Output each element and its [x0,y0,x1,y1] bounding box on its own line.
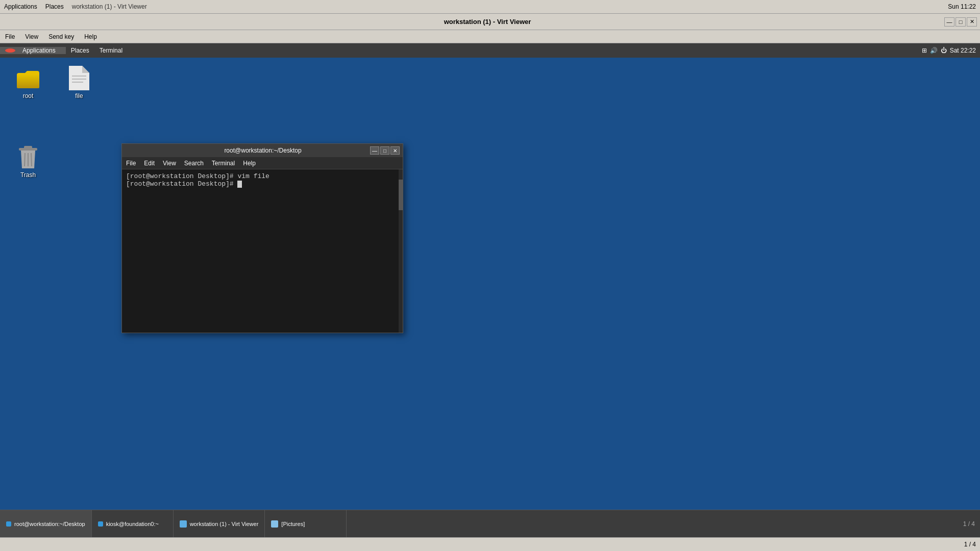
terminal-menu-help[interactable]: Help [239,160,260,167]
viewer-maximize-button[interactable]: □ [955,17,966,27]
taskbar-item-terminal1[interactable]: root@workstation:~/Desktop [0,510,92,537]
terminal-scrollbar-thumb[interactable] [399,180,403,210]
viewer-page-indicator: 1 / 4 [964,541,976,548]
trash-icon [16,145,40,169]
file-icon-label: file [75,92,83,99]
taskbar-dot-1 [6,521,11,527]
vm-places-menu[interactable]: Places [66,47,94,54]
viewer-close-button[interactable]: ✕ [967,17,977,27]
terminal-titlebar: root@workstation:~/Desktop — □ ✕ [122,144,403,157]
vm-topbar: Applications Places Terminal ⊞ 🔊 ⏻ Sat 2… [0,43,980,58]
svg-marker-3 [82,66,89,73]
desktop-icon-file[interactable]: file [59,64,100,102]
terminal-scrollbar[interactable] [399,169,403,333]
viewer-menu-file[interactable]: File [0,33,20,40]
taskbar-label-kiosk: kiosk@foundation0:~ [106,521,159,527]
desktop-icon-trash[interactable]: Trash [8,143,48,181]
taskbar-item-virtviewer[interactable]: workstation (1) - Virt Viewer [174,510,265,537]
terminal-cursor [237,181,242,188]
taskbar-item-kiosk[interactable]: kiosk@foundation0:~ [92,510,174,537]
viewer-menubar: File View Send key Help [0,30,980,43]
host-topbar: Applications Places workstation (1) - Vi… [0,0,980,14]
vm-clock: Sat 22:22 [950,47,976,54]
viewer-statusbar: 1 / 4 [0,537,980,551]
terminal-close-button[interactable]: ✕ [390,146,400,155]
terminal-line-2: [root@workstation Desktop]# [126,180,399,188]
apps-dot-icon [5,48,15,53]
terminal-menu-search[interactable]: Search [180,160,208,167]
viewer-menu-help[interactable]: Help [79,33,102,40]
taskbar-label-terminal1: root@workstation:~/Desktop [14,521,85,527]
taskbar-label-virtviewer: workstation (1) - Virt Viewer [190,521,259,527]
vm-taskbar: root@workstation:~/Desktop kiosk@foundat… [0,510,980,537]
taskbar-dot-4 [271,520,278,528]
vm-taskbar-page-indicator: 1 / 4 [963,520,975,528]
taskbar-dot-2 [98,521,103,527]
terminal-menu-terminal[interactable]: Terminal [208,160,239,167]
viewer-window-title: workstation (1) - Virt Viewer [31,18,944,26]
viewer-menu-sendkey[interactable]: Send key [43,33,79,40]
trash-icon-label: Trash [20,171,36,179]
viewer-titlebar: workstation (1) - Virt Viewer — □ ✕ [0,14,980,30]
terminal-window-title: root@workstation:~/Desktop [156,147,370,154]
svg-rect-8 [24,146,32,149]
svg-rect-1 [17,74,39,88]
host-applications-menu[interactable]: Applications [0,3,41,10]
desktop-icon-root[interactable]: root [8,64,48,102]
terminal-window: root@workstation:~/Desktop — □ ✕ File Ed… [121,143,403,333]
viewer-minimize-button[interactable]: — [944,17,954,27]
svg-marker-2 [69,66,89,90]
vm-applications-menu[interactable]: Applications [0,47,66,54]
host-clock: Sun 11:22 [948,3,976,10]
svg-line-11 [31,153,32,166]
vm-terminal-menu[interactable]: Terminal [94,47,128,54]
folder-icon [16,66,40,90]
host-places-menu[interactable]: Places [41,3,68,10]
vm-display: Applications Places Terminal ⊞ 🔊 ⏻ Sat 2… [0,43,980,537]
svg-line-9 [24,153,25,166]
vm-volume-icon: 🔊 [930,47,938,54]
viewer-menu-view[interactable]: View [20,33,43,40]
taskbar-item-pictures[interactable]: [Pictures] [265,510,347,537]
file-icon [67,66,91,90]
terminal-menu-view[interactable]: View [159,160,180,167]
root-icon-label: root [23,92,34,99]
host-window-title: workstation (1) - Virt Viewer [68,3,151,10]
terminal-minimize-button[interactable]: — [370,146,379,155]
terminal-menu-file[interactable]: File [122,160,140,167]
terminal-menu-edit[interactable]: Edit [140,160,159,167]
terminal-maximize-button[interactable]: □ [380,146,389,155]
terminal-body[interactable]: [root@workstation Desktop]# vim file [ro… [122,169,403,333]
vm-power-icon: ⏻ [941,47,947,54]
taskbar-label-pictures: [Pictures] [281,521,305,527]
terminal-line-1: [root@workstation Desktop]# vim file [126,172,399,180]
vm-network-icon: ⊞ [922,47,927,54]
terminal-menubar: File Edit View Search Terminal Help [122,157,403,169]
taskbar-dot-3 [180,520,187,528]
